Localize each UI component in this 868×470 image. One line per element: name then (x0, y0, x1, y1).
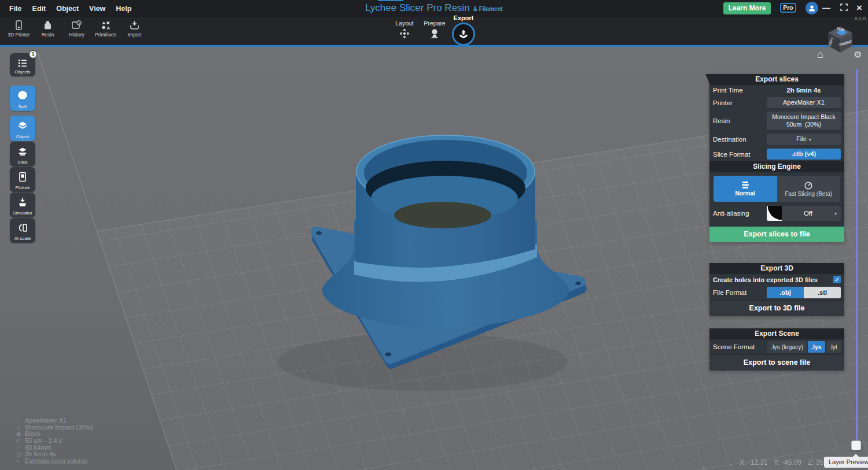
cursor-coord-x: X: -12.31 (740, 458, 768, 467)
sidebar-split-button[interactable]: Split (10, 86, 35, 111)
status-resin: ◑ Monocure Impact (30%) (16, 424, 93, 431)
anti-aliasing-dropdown[interactable]: Off ▾ (767, 206, 841, 221)
object-layers-icon (17, 120, 28, 131)
app-title: Lychee Slicer Pro Resin & Filament (324, 2, 544, 14)
app-title-main: Lychee Slicer Pro Resin (365, 2, 470, 14)
maximize-icon (840, 3, 848, 11)
toolbar-resin-button[interactable]: Resin (34, 18, 62, 44)
tab-export-button[interactable] (452, 23, 475, 46)
export-to-3d-file-button[interactable]: Export to 3D file (709, 300, 844, 316)
sidebar-picture-button[interactable]: Picture (10, 167, 35, 192)
format-lys-legacy-option[interactable]: .lys (legacy) (767, 341, 807, 353)
toolbar-primitives-button[interactable]: A Primitives (91, 18, 120, 44)
print-time-row: Print Time 2h 5min 4s (709, 85, 844, 95)
menu: File Edit Object View Help (9, 0, 131, 17)
tab-prepare-label[interactable]: Prepare (418, 20, 451, 27)
toolbar-3d-printer-button[interactable]: 3D Printer (5, 18, 33, 44)
slice-format-row: Slice Format .ctb (v4) (709, 147, 844, 161)
layer-preview-slider-handle[interactable] (851, 441, 861, 450)
printer-select-button[interactable]: ApexMaker X1 (767, 97, 841, 108)
status-color: ◉ Black (16, 430, 93, 437)
print-time-value: 2h 5min 4s (786, 87, 821, 94)
prepare-support-icon[interactable] (429, 28, 440, 39)
user-avatar[interactable] (806, 2, 818, 14)
scene-format-segments: .lys (legacy) .lys .lyt (767, 341, 841, 353)
main-toolbar: 3D Printer Resin History (5, 18, 149, 44)
menu-view[interactable]: View (89, 0, 105, 17)
slice-format-button[interactable]: .ctb (v4) (767, 149, 841, 160)
primitives-icon: A (100, 20, 111, 31)
at-scale-icon (17, 222, 28, 234)
sidebar-at-scale-button[interactable]: At scale (10, 218, 35, 243)
print-time-icon: ◷ (16, 451, 25, 457)
layer-height-icon: ≡ (16, 437, 25, 443)
resin-icon: ◑ (16, 424, 25, 430)
header-divider (0, 45, 868, 47)
printer-row: Printer ApexMaker X1 (709, 95, 844, 110)
create-holes-row: Create holes into exported 3D files ✓ (709, 274, 844, 285)
svg-text:A: A (106, 25, 110, 31)
tab-layout-label[interactable]: Layout (388, 20, 421, 27)
menu-help[interactable]: Help (116, 0, 131, 17)
format-stl-option[interactable]: .stl (804, 287, 841, 298)
anti-aliasing-row: Anti-aliasing Off ▾ (709, 203, 844, 224)
estimate-resin-volume-link[interactable]: ◐ Estimate resin volume (16, 457, 93, 464)
export-icon (458, 28, 469, 40)
menu-object[interactable]: Object (56, 0, 79, 17)
lychee-slicer-window: ⌂ ⚙ Layer Preview X: -12.31 Y: -45.09 Z:… (0, 0, 868, 470)
destination-row: Destination File▾ (709, 132, 844, 147)
export-to-scene-file-button[interactable]: Export to scene file (709, 354, 844, 371)
print-summary: ▯ ApexMaker X1 ◑ Monocure Impact (30%) ◉… (16, 417, 93, 464)
engine-normal-option[interactable]: Normal (713, 176, 777, 202)
caret-down-icon: ▾ (809, 137, 811, 142)
export-scene-header: Export Scene (709, 328, 844, 339)
learn-more-button[interactable]: Learn More (723, 2, 771, 14)
export-scene-panel: Export Scene Scene Format .lys (legacy) … (709, 328, 844, 371)
format-lys-option[interactable]: .lys (808, 341, 825, 353)
slice-icon (17, 146, 28, 157)
export-slices-to-file-button[interactable]: Export slices to file (709, 227, 844, 242)
export-slices-panel: Export slices Print Time 2h 5min 4s Prin… (709, 74, 844, 242)
format-lyt-option[interactable]: .lyt (826, 341, 841, 353)
window-minimize-button[interactable]: — (821, 2, 832, 14)
simulator-icon (17, 197, 28, 208)
view-cube[interactable]: TOP LEFT FRONT (822, 21, 858, 55)
pro-badge[interactable]: Pro (780, 3, 796, 13)
window-close-button[interactable]: × (854, 2, 865, 14)
window-maximize-button[interactable] (838, 2, 849, 14)
split-icon (17, 90, 28, 101)
layer-preview-slider-track[interactable] (856, 69, 858, 442)
create-holes-checkbox[interactable]: ✓ (833, 276, 841, 283)
picture-icon (17, 171, 28, 183)
file-format-segments: .obj .stl (767, 287, 841, 298)
toolbar-import-button[interactable]: Import (120, 18, 149, 44)
tab-export-label[interactable]: Export (447, 14, 480, 21)
cursor-coord-y: Y: -45.09 (774, 458, 801, 467)
status-height: ↕ 60.64mm (16, 444, 93, 451)
fast-slicing-gauge-icon (804, 181, 813, 190)
menu-edit[interactable]: Edit (32, 0, 46, 17)
user-icon (808, 4, 816, 12)
printer-icon: ▯ (16, 417, 25, 423)
app-title-suffix: & Filament (473, 6, 503, 12)
menu-file[interactable]: File (9, 0, 22, 17)
export-3d-header: Export 3D (709, 263, 844, 274)
resin-bottle-icon (42, 20, 53, 31)
resin-select-button[interactable]: Monocure Impact Black 50um (30%) (767, 112, 841, 130)
sidebar-objects-button[interactable]: 1 Objects (10, 53, 35, 76)
slicing-engine-header: Slicing Engine (709, 161, 844, 172)
layout-move-icon[interactable] (399, 28, 410, 39)
toolbar-history-button[interactable]: History (62, 18, 91, 44)
app-header: File Edit Object View Help 3D Printer Re… (0, 0, 868, 47)
destination-dropdown[interactable]: File▾ (767, 134, 841, 145)
import-icon (129, 20, 140, 31)
color-icon: ◉ (16, 431, 25, 437)
sidebar-slice-button[interactable]: Slice (10, 142, 35, 166)
format-obj-option[interactable]: .obj (767, 287, 804, 298)
status-print-time: ◷ 2h 5min 4s (16, 450, 93, 457)
status-printer: ▯ ApexMaker X1 (16, 417, 93, 424)
sidebar-simulator-button[interactable]: Simulator (10, 193, 35, 217)
sidebar-object-button[interactable]: Object (10, 116, 35, 141)
scene-format-row: Scene Format .lys (legacy) .lys .lyt (709, 339, 844, 354)
engine-fast-slicing-option[interactable]: Fast Slicing (Beta) (777, 176, 841, 202)
